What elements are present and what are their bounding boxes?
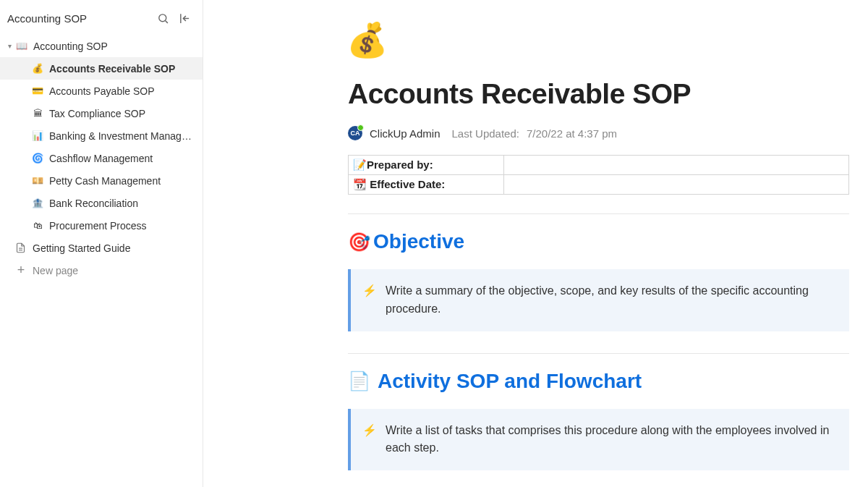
byline: CA ClickUp Admin Last Updated: 7/20/22 a… [348,126,849,140]
sidebar: Accounting SOP ▾ 📖 Accounting SOP 💰Accou… [0,0,203,487]
activity-callout[interactable]: ⚡ Write a list of tasks that comprises t… [348,409,849,471]
sidebar-item-icon: 💰 [30,63,45,74]
sidebar-item-icon: 🏛 [30,108,45,119]
sidebar-item-label: Bank Reconciliation [49,198,195,209]
sidebar-item-label: Banking & Investment Managem... [49,130,195,142]
document-icon [15,242,27,254]
hero-icon[interactable]: 💰 [346,20,849,59]
new-page-label: New page [33,265,195,276]
nav-tree: ▾ 📖 Accounting SOP 💰Accounts Receivable … [0,35,203,487]
collapse-sidebar-icon[interactable] [176,10,192,26]
bolt-icon: ⚡ [362,422,377,458]
effective-date-value[interactable] [503,175,848,195]
divider [348,213,849,214]
prepared-by-value[interactable] [503,156,848,175]
activity-heading[interactable]: 📄 Activity SOP and Flowchart [348,370,849,393]
sidebar-item-icon: 🌀 [30,153,45,164]
effective-date-label: 📆 Effective Date: [349,175,504,195]
nav-new-page[interactable]: + New page [0,259,203,281]
sidebar-item-label: Accounts Payable SOP [49,85,195,97]
sidebar-item-icon: 📊 [30,130,45,141]
updated-label: Last Updated: [452,127,519,140]
objective-heading[interactable]: 🎯Objective [348,230,849,253]
sidebar-item[interactable]: 💳Accounts Payable SOP [0,80,203,102]
nav-page-label: Getting Started Guide [33,242,195,254]
sidebar-item[interactable]: 🛍Procurement Process [0,214,203,237]
sidebar-item-icon: 🏦 [30,198,45,208]
nav-root-label: Accounting SOP [33,41,195,52]
nav-root-icon: 📖 [14,41,29,51]
sidebar-item-icon: 🛍 [30,220,45,231]
objective-callout-text: Write a summary of the objective, scope,… [386,282,836,318]
sidebar-title: Accounting SOP [7,12,149,25]
activity-callout-text: Write a list of tasks that comprises thi… [386,422,836,458]
sidebar-item-label: Petty Cash Management [49,175,195,187]
sidebar-item[interactable]: 🏛Tax Compliance SOP [0,102,203,124]
sidebar-item-label: Accounts Receivable SOP [49,63,195,75]
nav-page-getting-started[interactable]: Getting Started Guide [0,237,203,259]
sidebar-item-label: Cashflow Management [49,153,195,164]
author-name[interactable]: ClickUp Admin [370,127,441,140]
search-icon[interactable] [155,10,171,26]
svg-point-0 [158,14,166,21]
chevron-down-icon[interactable]: ▾ [4,42,14,50]
document-main: 💰 Accounts Receivable SOP CA ClickUp Adm… [203,0,868,487]
sidebar-item[interactable]: 💰Accounts Receivable SOP [0,57,203,80]
activity-title-text: Activity SOP and Flowchart [378,370,642,393]
sidebar-item[interactable]: 💴Petty Cash Management [0,169,203,192]
bolt-icon: ⚡ [362,282,377,318]
sidebar-item-label: Procurement Process [49,220,195,232]
nav-root-item[interactable]: ▾ 📖 Accounting SOP [0,35,203,57]
sidebar-item[interactable]: 🏦Bank Reconciliation [0,192,203,214]
sidebar-item-icon: 💴 [30,175,45,186]
sidebar-item[interactable]: 🌀Cashflow Management [0,147,203,169]
objective-title-text: Objective [373,230,464,253]
meta-table: 📝Prepared by: 📆 Effective Date: [348,155,849,195]
objective-callout[interactable]: ⚡ Write a summary of the objective, scop… [348,269,849,331]
avatar[interactable]: CA [348,126,362,140]
prepared-by-label: 📝Prepared by: [349,156,504,175]
divider [348,353,849,354]
sidebar-item-label: Tax Compliance SOP [49,108,195,119]
updated-value: 7/20/22 at 4:37 pm [527,127,617,140]
target-icon: 🎯 [348,232,370,253]
page-title[interactable]: Accounts Receivable SOP [348,78,849,110]
sidebar-item-icon: 💳 [30,85,45,96]
sidebar-header: Accounting SOP [0,0,203,35]
plus-icon: + [15,263,27,278]
sidebar-item[interactable]: 📊Banking & Investment Managem... [0,124,203,147]
page-icon: 📄 [348,370,370,391]
svg-line-1 [165,20,167,22]
